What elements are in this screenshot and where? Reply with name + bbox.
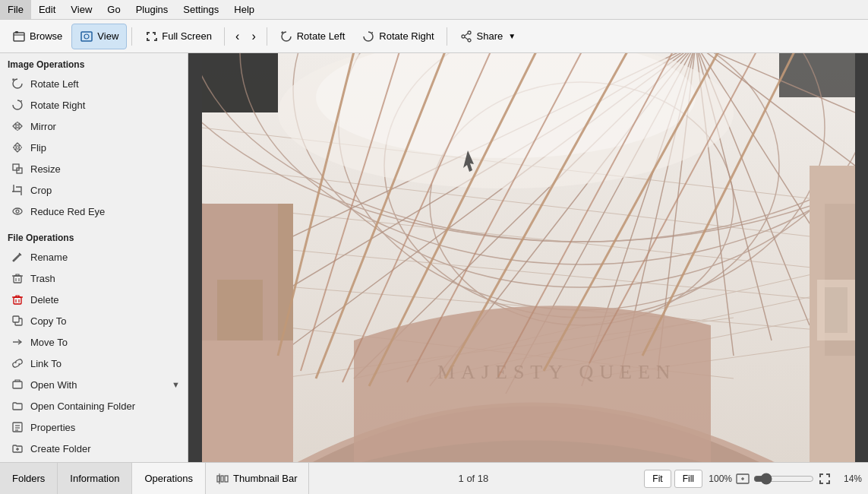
- svg-rect-102: [225, 476, 228, 482]
- menu-file[interactable]: File: [0, 0, 31, 19]
- svg-marker-10: [13, 123, 16, 129]
- menu-settings[interactable]: Settings: [175, 0, 226, 19]
- thumbnail-bar-icon: [216, 473, 229, 485]
- sidebar-item-create-folder[interactable]: Create Folder: [0, 438, 188, 459]
- thumbnail-bar-label: Thumbnail Bar: [233, 473, 298, 484]
- svg-marker-14: [14, 149, 21, 152]
- svg-point-4: [468, 31, 471, 34]
- browse-button[interactable]: Browse: [5, 24, 70, 49]
- zoom-slider-percent: 14%: [835, 473, 862, 484]
- sidebar-item-label: Trash: [30, 273, 55, 284]
- svg-rect-101: [221, 476, 223, 482]
- image-display: MAJESTY QUEEN: [202, 53, 855, 462]
- fit-button[interactable]: Fit: [644, 470, 671, 488]
- sidebar-item-rename[interactable]: Rename: [0, 246, 188, 268]
- sidebar-item-open-with[interactable]: Open With ▼: [0, 374, 188, 395]
- rotate-left-icon: [11, 77, 24, 90]
- image-ops-title: Image Operations: [0, 53, 188, 73]
- sidebar-item-mirror[interactable]: Mirror: [0, 116, 188, 137]
- sidebar-item-crop[interactable]: Crop: [0, 179, 188, 201]
- share-button[interactable]: Share ▼: [452, 24, 524, 49]
- menu-edit[interactable]: Edit: [31, 0, 63, 19]
- zoom-original-icon[interactable]: [735, 471, 750, 486]
- toolbar-sep-4: [447, 27, 447, 46]
- next-button[interactable]: ›: [245, 24, 261, 49]
- crop-icon: [11, 183, 24, 197]
- svg-point-3: [84, 34, 89, 39]
- view-icon: [80, 30, 93, 43]
- svg-point-6: [468, 39, 471, 42]
- thumbnail-bar-button[interactable]: Thumbnail Bar: [206, 463, 309, 494]
- menu-plugins[interactable]: Plugins: [128, 0, 176, 19]
- menu-go[interactable]: Go: [99, 0, 128, 19]
- tab-information[interactable]: Information: [58, 463, 132, 494]
- fullscreen-button[interactable]: Full Screen: [137, 24, 219, 49]
- fill-button[interactable]: Fill: [674, 470, 702, 488]
- svg-point-21: [16, 210, 17, 211]
- svg-point-5: [462, 35, 465, 38]
- image-counter: 1 of 18: [309, 463, 639, 494]
- zoom-percent: 100%: [705, 473, 732, 484]
- svg-line-7: [465, 33, 468, 36]
- zoom-slider[interactable]: [753, 473, 814, 485]
- svg-rect-85: [825, 287, 847, 333]
- open-with-icon: [11, 378, 24, 391]
- sidebar-item-label: Crop: [30, 185, 52, 196]
- sidebar-item-open-containing-folder[interactable]: Open Containing Folder: [0, 395, 188, 416]
- sidebar-item-label: Rotate Right: [30, 100, 85, 111]
- sidebar-item-label: Move To: [30, 337, 68, 348]
- rotate-right-toolbar-button[interactable]: Rotate Right: [354, 24, 441, 49]
- browse-icon: [12, 30, 26, 43]
- sidebar-item-resize[interactable]: Resize: [0, 158, 188, 179]
- menu-help[interactable]: Help: [226, 0, 262, 19]
- toolbar-sep-2: [224, 27, 225, 46]
- zoom-expand-icon[interactable]: [817, 471, 832, 486]
- menu-view[interactable]: View: [63, 0, 99, 19]
- svg-rect-2: [81, 32, 92, 41]
- svg-rect-15: [13, 164, 19, 170]
- file-ops-title: File Operations: [0, 226, 188, 246]
- properties-icon: [11, 420, 24, 434]
- svg-rect-1: [15, 31, 18, 33]
- bottom-tabs: Folders Information Operations: [0, 463, 206, 494]
- rotate-left-toolbar-icon: [279, 30, 293, 43]
- rename-icon: [11, 250, 24, 264]
- svg-rect-23: [14, 276, 21, 283]
- open-with-expand-icon: ▼: [172, 380, 180, 389]
- sidebar-item-label: Create Folder: [30, 443, 90, 454]
- fullscreen-icon: [144, 30, 158, 43]
- bottom-bar: Folders Information Operations Thumbnail…: [0, 462, 868, 494]
- sidebar-item-rotate-right[interactable]: Rotate Right: [0, 94, 188, 116]
- toolbar-sep-3: [267, 27, 267, 46]
- menu-bar: File Edit View Go Plugins Settings Help: [0, 0, 868, 20]
- toolbar-nav: ‹ ›: [229, 24, 262, 49]
- sidebar-item-trash[interactable]: Trash: [0, 268, 188, 289]
- sidebar-item-label: Mirror: [30, 121, 56, 132]
- svg-marker-13: [14, 143, 21, 146]
- sidebar-item-properties[interactable]: Properties: [0, 416, 188, 438]
- sidebar-item-move-to[interactable]: Move To: [0, 331, 188, 353]
- tab-operations[interactable]: Operations: [132, 463, 206, 494]
- trash-icon: [11, 271, 24, 285]
- delete-icon: [11, 293, 24, 306]
- rotate-left-toolbar-button[interactable]: Rotate Left: [272, 24, 353, 49]
- sidebar: Image Operations Rotate Left Rotate Righ…: [0, 53, 188, 462]
- sidebar-item-delete[interactable]: Delete: [0, 289, 188, 310]
- svg-point-19: [13, 208, 22, 214]
- image-area: MAJESTY QUEEN: [188, 53, 868, 462]
- sidebar-item-rotate-left[interactable]: Rotate Left: [0, 73, 188, 94]
- prev-button[interactable]: ‹: [229, 24, 245, 49]
- move-icon: [11, 335, 24, 349]
- sidebar-item-label: Reduce Red Eye: [30, 206, 105, 217]
- svg-text:MAJESTY QUEEN: MAJESTY QUEEN: [437, 361, 677, 383]
- sidebar-item-label: Open Containing Folder: [30, 401, 135, 412]
- tab-folders[interactable]: Folders: [0, 463, 58, 494]
- view-button[interactable]: View: [71, 24, 127, 49]
- sidebar-item-copy-to[interactable]: Copy To: [0, 310, 188, 331]
- sidebar-item-reduce-red-eye[interactable]: Reduce Red Eye: [0, 201, 188, 222]
- sidebar-item-label: Properties: [30, 422, 75, 433]
- folder-icon: [11, 399, 24, 413]
- sidebar-item-link-to[interactable]: Link To: [0, 353, 188, 374]
- sidebar-item-flip[interactable]: Flip: [0, 137, 188, 158]
- sidebar-item-label: Rename: [30, 252, 68, 263]
